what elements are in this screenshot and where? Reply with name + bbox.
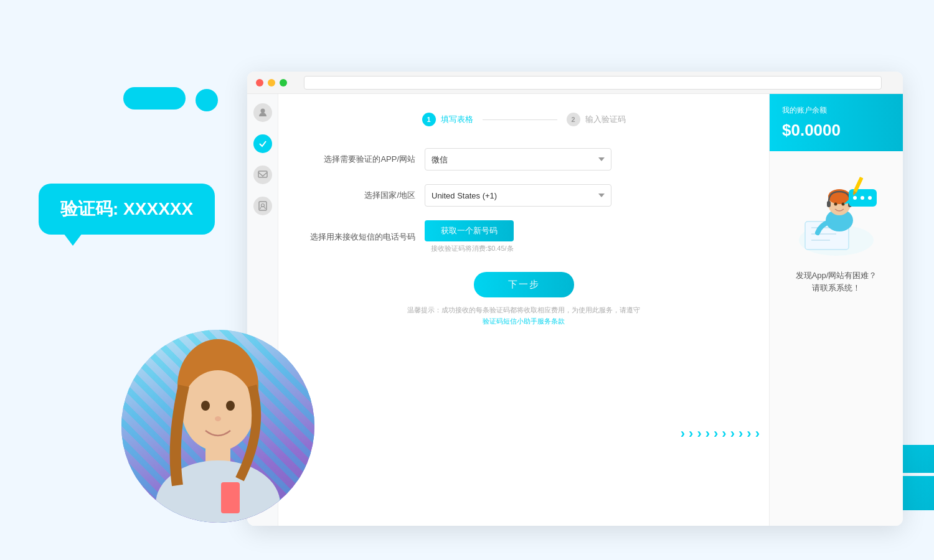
- person-photo: [121, 330, 314, 523]
- next-button[interactable]: 下一步: [474, 272, 574, 297]
- svg-point-6: [226, 401, 235, 411]
- step-2-label: 输入验证码: [585, 114, 626, 125]
- balance-amount: $0.0000: [782, 121, 890, 140]
- svg-rect-4: [221, 482, 240, 513]
- country-select-row: 选择国家/地区 United States (+1) China (+86) U…: [300, 184, 747, 207]
- decorative-pill-large: [123, 87, 186, 110]
- step-1: 1 填写表格: [422, 113, 473, 126]
- steps-header: 1 填写表格 2 输入验证码: [300, 113, 747, 126]
- app-select-label: 选择需要验证的APP/网站: [300, 154, 425, 165]
- svg-point-27: [861, 196, 864, 200]
- tip-text-area: 温馨提示：成功接收的每条验证码都将收取相应费用，为使用此服务，请遵守 验证码短信…: [300, 305, 747, 327]
- svg-point-8: [260, 109, 265, 113]
- balance-title: 我的账户余额: [782, 105, 890, 116]
- svg-point-21: [842, 202, 845, 205]
- browser-window: 1 填写表格 2 输入验证码 选择需要验证的APP/网站 微信 WhatsApp: [247, 72, 903, 526]
- svg-point-28: [868, 196, 872, 200]
- illustration: [782, 164, 890, 263]
- browser-close-dot[interactable]: [256, 79, 263, 86]
- app-select-row: 选择需要验证的APP/网站 微信 WhatsApp Facebook Googl…: [300, 148, 747, 170]
- sidebar-icon-check[interactable]: [253, 134, 272, 153]
- balance-card: 我的账户余额 $0.0000: [770, 94, 903, 151]
- chat-bubble-text: 验证码: XXXXXX: [60, 199, 193, 218]
- step-2: 2 输入验证码: [567, 113, 626, 126]
- svg-rect-22: [827, 201, 831, 207]
- phone-number-row: 选择用来接收短信的电话号码 获取一个新号码 接收验证码将消费:$0.45/条: [300, 220, 747, 253]
- decorative-arrows: › › › › › › › › › ›: [681, 426, 760, 442]
- step-1-label: 填写表格: [441, 114, 473, 125]
- chat-bubble: 验证码: XXXXXX: [39, 184, 215, 235]
- browser-minimize-dot[interactable]: [268, 79, 275, 86]
- svg-point-1: [182, 370, 254, 451]
- country-select[interactable]: United States (+1) China (+86) UK (+44) …: [425, 184, 611, 207]
- browser-content: 1 填写表格 2 输入验证码 选择需要验证的APP/网站 微信 WhatsApp: [247, 94, 903, 526]
- decorative-pill-small: [196, 89, 218, 111]
- right-panel: 我的账户余额 $0.0000: [769, 94, 903, 526]
- step-divider: [483, 119, 557, 120]
- sidebar-icon-user[interactable]: [253, 103, 272, 122]
- svg-point-5: [201, 401, 210, 411]
- step-1-circle: 1: [422, 113, 436, 126]
- tip-main-text: 温馨提示：成功接收的每条验证码都将收取相应费用，为使用此服务，请遵守: [407, 306, 640, 314]
- svg-point-26: [853, 196, 857, 200]
- trouble-subtitle: 请联系系统！: [796, 282, 877, 294]
- sidebar-icon-message[interactable]: [253, 166, 272, 184]
- phone-select-label: 选择用来接收短信的电话号码: [300, 231, 425, 243]
- right-illustration: 发现App/网站有困难？ 请联系系统！: [770, 151, 903, 526]
- sidebar-icon-contact[interactable]: [253, 197, 272, 215]
- browser-maximize-dot[interactable]: [280, 79, 287, 86]
- get-number-button[interactable]: 获取一个新号码: [425, 220, 514, 241]
- country-select-label: 选择国家/地区: [300, 190, 425, 201]
- svg-point-7: [215, 416, 221, 421]
- step-2-circle: 2: [567, 113, 580, 126]
- app-select[interactable]: 微信 WhatsApp Facebook Google Telegram: [425, 148, 611, 170]
- browser-addressbar[interactable]: [304, 76, 882, 90]
- svg-point-20: [834, 202, 837, 205]
- tip-link[interactable]: 验证码短信小助手服务条款: [483, 317, 565, 325]
- next-btn-wrapper: 下一步: [300, 272, 747, 297]
- main-form-area: 1 填写表格 2 输入验证码 选择需要验证的APP/网站 微信 WhatsApp: [278, 94, 769, 526]
- trouble-text: 发现App/网站有困难？ 请联系系统！: [796, 269, 877, 294]
- price-hint: 接收验证码将消费:$0.45/条: [431, 244, 514, 253]
- browser-titlebar: [247, 72, 903, 94]
- trouble-title: 发现App/网站有困难？: [796, 269, 877, 282]
